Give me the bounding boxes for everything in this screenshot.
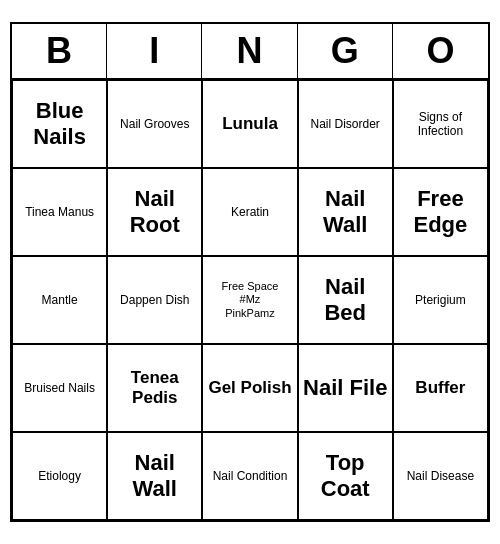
bingo-cell: Gel Polish [202, 344, 297, 432]
bingo-cell: Nail Wall [298, 168, 393, 256]
bingo-cell: Pterigium [393, 256, 488, 344]
bingo-cell: Dappen Dish [107, 256, 202, 344]
bingo-cell: Nail Disease [393, 432, 488, 520]
bingo-cell: Etiology [12, 432, 107, 520]
bingo-cell: Lunula [202, 80, 297, 168]
bingo-cell: Nail Condition [202, 432, 297, 520]
bingo-cell: Free Space#MzPinkPamz [202, 256, 297, 344]
header-letter: B [12, 24, 107, 78]
bingo-cell: Buffer [393, 344, 488, 432]
bingo-cell: Free Edge [393, 168, 488, 256]
header-letter: N [202, 24, 297, 78]
bingo-cell: Tinea Manus [12, 168, 107, 256]
bingo-cell: Nail Grooves [107, 80, 202, 168]
header-letter: G [298, 24, 393, 78]
bingo-cell: Nail Disorder [298, 80, 393, 168]
bingo-card: BINGO BlueNailsNail GroovesLunulaNail Di… [10, 22, 490, 522]
bingo-cell: Nail Wall [107, 432, 202, 520]
bingo-cell: Mantle [12, 256, 107, 344]
bingo-cell: Signs of Infection [393, 80, 488, 168]
bingo-grid: BlueNailsNail GroovesLunulaNail Disorder… [12, 80, 488, 520]
bingo-cell: BlueNails [12, 80, 107, 168]
bingo-cell: Bruised Nails [12, 344, 107, 432]
bingo-cell: Nail File [298, 344, 393, 432]
bingo-cell: Keratin [202, 168, 297, 256]
bingo-cell: Tenea Pedis [107, 344, 202, 432]
header-letter: O [393, 24, 488, 78]
bingo-cell: Nail Bed [298, 256, 393, 344]
bingo-cell: Nail Root [107, 168, 202, 256]
bingo-header: BINGO [12, 24, 488, 80]
header-letter: I [107, 24, 202, 78]
bingo-cell: Top Coat [298, 432, 393, 520]
